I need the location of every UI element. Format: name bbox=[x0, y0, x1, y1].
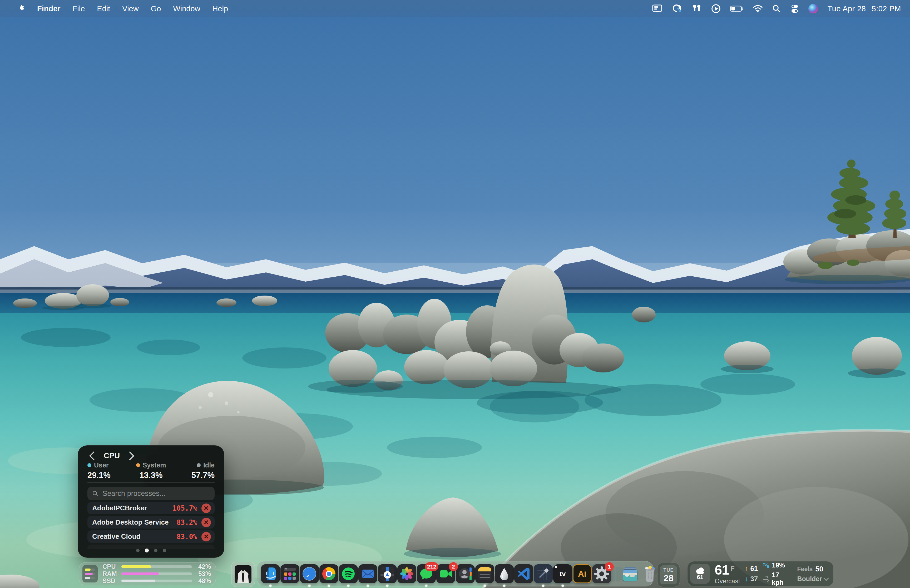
mail-icon bbox=[358, 564, 377, 583]
process-row: Creative Cloud 83.0% ✕ bbox=[87, 530, 215, 543]
menu-bar: Finder File Edit View Go Window Help bbox=[0, 0, 910, 17]
calendar-widget[interactable]: TUE 28 bbox=[657, 563, 680, 587]
close-icon: ✕ bbox=[204, 505, 209, 511]
notes-icon bbox=[475, 564, 494, 583]
wind: 17 kph bbox=[763, 571, 792, 586]
dock-item-illustrator[interactable]: Ai bbox=[573, 564, 592, 583]
wifi-icon[interactable] bbox=[748, 0, 768, 17]
arrow-down-icon: ↓ bbox=[745, 575, 748, 583]
airpods-icon[interactable] bbox=[687, 0, 706, 17]
running-indicator bbox=[269, 585, 272, 587]
clock-time: 5:02 PM bbox=[872, 5, 901, 13]
close-icon: ✕ bbox=[204, 533, 209, 540]
system-stats-widget[interactable]: CPU 42% RAM 53% SSD 48% bbox=[79, 562, 216, 585]
contacts-icon bbox=[456, 564, 475, 583]
running-indicator bbox=[484, 585, 486, 587]
photos-icon bbox=[397, 564, 416, 583]
battery-icon[interactable] bbox=[726, 0, 748, 17]
running-indicator bbox=[503, 585, 506, 587]
dock-item-notes[interactable] bbox=[475, 564, 494, 583]
kill-process-button[interactable]: ✕ bbox=[201, 518, 211, 527]
dock-item-xcode[interactable] bbox=[534, 564, 553, 583]
cloud-icon bbox=[695, 567, 705, 574]
wind-icon bbox=[763, 576, 769, 582]
dock-item-launchpad[interactable] bbox=[280, 564, 299, 583]
dock-item-trash[interactable] bbox=[640, 564, 659, 583]
portrait-photo-icon bbox=[234, 565, 251, 583]
stat-row-ssd: SSD 48% bbox=[102, 578, 211, 584]
running-indicator bbox=[562, 585, 564, 587]
dock-item-downloads-stack[interactable] bbox=[621, 564, 640, 583]
dock-item-apple-tv[interactable]: tv bbox=[553, 564, 572, 583]
arrow-up-icon: ↑ bbox=[745, 565, 748, 573]
cpu-widget-title: CPU bbox=[104, 451, 120, 460]
dock-item-vscode[interactable] bbox=[514, 564, 533, 583]
idle-value: 57.7% bbox=[191, 471, 215, 480]
running-indicator bbox=[308, 585, 311, 587]
creative-cloud-icon[interactable] bbox=[667, 0, 687, 17]
cpu-next-page-icon[interactable] bbox=[125, 451, 134, 460]
vscode-icon bbox=[514, 564, 533, 583]
dock-item-photos[interactable] bbox=[397, 564, 416, 583]
cpu-prev-page-icon[interactable] bbox=[89, 451, 98, 460]
dock-item-maps[interactable] bbox=[378, 564, 397, 583]
dock-item-facetime[interactable]: 2 bbox=[436, 564, 455, 583]
user-dot-icon bbox=[87, 463, 91, 467]
spotlight-search-icon[interactable] bbox=[768, 0, 786, 17]
process-row: AdobeIPCBroker 105.7% ✕ bbox=[87, 502, 215, 514]
low-temp: ↓37 bbox=[745, 575, 758, 583]
dock-item-messages[interactable]: 212 bbox=[417, 564, 436, 583]
page-dot[interactable] bbox=[163, 549, 166, 552]
kill-process-button[interactable]: ✕ bbox=[201, 532, 211, 541]
dock-item-contacts[interactable] bbox=[456, 564, 475, 583]
dock-item-settings[interactable]: 1 bbox=[592, 564, 611, 583]
control-center-icon[interactable] bbox=[786, 0, 804, 17]
dock-item-spotify[interactable] bbox=[339, 564, 358, 583]
temp-unit: F bbox=[731, 565, 735, 572]
dock-divider bbox=[616, 565, 616, 582]
search-icon bbox=[92, 490, 99, 497]
dock: 212 2 bbox=[257, 561, 653, 586]
stats-widget-icon bbox=[82, 565, 98, 583]
menu-view[interactable]: View bbox=[116, 0, 145, 17]
dock-item-finder[interactable] bbox=[261, 564, 280, 583]
photo-app-tile[interactable] bbox=[231, 562, 255, 587]
apple-menu[interactable] bbox=[11, 0, 31, 17]
running-indicator bbox=[347, 585, 350, 587]
menu-go[interactable]: Go bbox=[145, 0, 167, 17]
xcode-icon bbox=[534, 564, 553, 583]
menu-bar-clock[interactable]: Tue Apr 28 5:02 PM bbox=[822, 5, 901, 13]
running-indicator bbox=[542, 585, 545, 587]
play-circle-icon[interactable] bbox=[706, 0, 726, 17]
page-dot-active[interactable] bbox=[145, 549, 149, 552]
menu-help[interactable]: Help bbox=[207, 0, 234, 17]
running-indicator bbox=[367, 585, 369, 587]
stat-row-ram: RAM 53% bbox=[102, 571, 211, 577]
close-icon: ✕ bbox=[204, 519, 209, 526]
notification-badge: 2 bbox=[449, 562, 458, 571]
weather-widget[interactable]: 61 61 F Overcast ↑61 ↓37 19% bbox=[687, 561, 834, 586]
chevron-down-icon bbox=[823, 575, 829, 581]
clock-date: Tue Apr 28 bbox=[828, 5, 866, 13]
page-dot[interactable] bbox=[154, 549, 157, 552]
menu-window[interactable]: Window bbox=[167, 0, 206, 17]
siri-icon[interactable] bbox=[804, 0, 822, 17]
cpu-monitor-widget: CPU User 29.1% System 13.3% Idle 57.7% A… bbox=[78, 445, 224, 558]
launchpad-icon bbox=[280, 564, 299, 583]
search-input[interactable] bbox=[102, 489, 210, 498]
location-selector[interactable]: Boulder bbox=[797, 575, 828, 583]
display-icon[interactable] bbox=[648, 0, 667, 17]
menu-file[interactable]: File bbox=[66, 0, 91, 17]
notification-badge: 1 bbox=[605, 562, 614, 571]
dock-item-drop-app[interactable] bbox=[495, 564, 514, 583]
kill-process-button[interactable]: ✕ bbox=[201, 504, 211, 513]
process-search-field[interactable] bbox=[87, 487, 215, 500]
weather-condition: Overcast bbox=[714, 578, 740, 584]
maps-icon bbox=[378, 564, 397, 583]
menu-edit[interactable]: Edit bbox=[91, 0, 116, 17]
page-dot[interactable] bbox=[136, 549, 139, 552]
dock-item-chrome[interactable] bbox=[319, 564, 338, 583]
dock-item-safari[interactable] bbox=[300, 564, 319, 583]
dock-item-mail[interactable] bbox=[358, 564, 377, 583]
menu-app-name[interactable]: Finder bbox=[31, 0, 66, 17]
